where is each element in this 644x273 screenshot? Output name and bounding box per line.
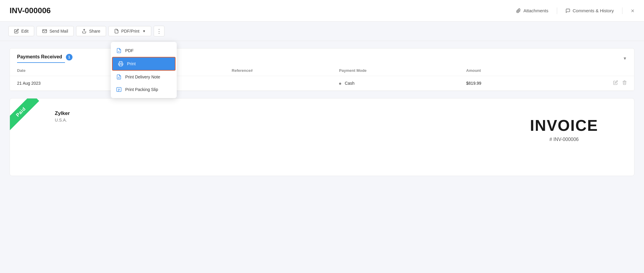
pdf-icon [114, 29, 119, 34]
dropdown-item-packing-slip[interactable]: Print Packing Slip [111, 83, 177, 96]
payments-title-block: Payments Received 1 [17, 54, 72, 63]
attachments-button[interactable]: Attachments [516, 8, 548, 13]
paid-ribbon-label: Paid [10, 98, 39, 130]
col-payment-mode: Payment Mode [332, 65, 459, 76]
dropdown-delivery-note-label: Print Delivery Note [125, 75, 160, 79]
close-button[interactable]: × [631, 8, 634, 14]
cell-reference [225, 76, 332, 91]
attachments-label: Attachments [523, 8, 548, 13]
col-reference: Reference# [225, 65, 332, 76]
cell-amount: $819.99 [459, 76, 548, 91]
invoice-preview: Paid Zylker U.S.A. INVOICE # INV-000006 [10, 98, 634, 176]
col-date: Date [10, 65, 125, 76]
pdf-print-label: PDF/Print [121, 29, 140, 34]
share-icon [82, 29, 87, 34]
col-actions [549, 65, 634, 76]
share-button[interactable]: Share [76, 26, 106, 36]
payments-title: Payments Received [17, 54, 62, 59]
row-actions [556, 80, 627, 86]
pdf-print-dropdown: PDF Print Print Delivery Note [111, 42, 177, 98]
edit-button[interactable]: Edit [8, 26, 34, 36]
table-row: 21 Aug 2023 2 Cash $819.99 [10, 76, 634, 91]
cell-date: 21 Aug 2023 [10, 76, 125, 91]
packing-slip-icon [116, 87, 122, 92]
table-header-row: Date Payment# Reference# Payment Mode Am… [10, 65, 634, 76]
col-amount: Amount [459, 65, 548, 76]
edit-row-icon[interactable] [613, 80, 618, 86]
share-label: Share [89, 29, 100, 34]
print-menu-icon [118, 61, 123, 66]
edit-icon [14, 29, 19, 34]
svg-rect-2 [120, 64, 122, 66]
mail-icon [42, 29, 47, 34]
delivery-note-icon [116, 74, 122, 80]
send-mail-label: Send Mail [49, 29, 68, 34]
delete-row-icon[interactable] [622, 80, 627, 86]
more-icon: ⋮ [156, 28, 162, 34]
dropdown-pdf-label: PDF [125, 48, 134, 53]
payment-mode-dot [339, 83, 341, 85]
invoice-title-block: INVOICE # INV-000006 [530, 116, 598, 142]
pdf-menu-icon [116, 48, 122, 53]
company-name: Zylker [55, 110, 616, 116]
page-header: INV-000006 Attachments Comments & Histor… [0, 0, 644, 22]
payments-count-badge: 1 [66, 54, 72, 60]
header-divider2 [622, 7, 622, 14]
header-divider [557, 7, 557, 14]
payments-underline [17, 62, 65, 63]
cell-row-actions [549, 76, 634, 91]
payments-header: Payments Received 1 ▼ [10, 48, 634, 63]
edit-label: Edit [21, 29, 28, 34]
payments-table: Date Payment# Reference# Payment Mode Am… [10, 65, 634, 91]
toolbar: Edit Send Mail Share PDF/Print ▼ ⋮ [0, 22, 644, 41]
page-title: INV-000006 [10, 6, 51, 15]
dropdown-print-label: Print [127, 61, 136, 66]
dropdown-packing-slip-label: Print Packing Slip [125, 87, 158, 92]
comments-history-label: Comments & History [573, 8, 614, 13]
paid-ribbon: Paid [10, 98, 49, 137]
comments-history-button[interactable]: Comments & History [566, 8, 614, 13]
invoice-title: INVOICE [530, 116, 598, 134]
send-mail-button[interactable]: Send Mail [37, 26, 74, 36]
dropdown-item-delivery-note[interactable]: Print Delivery Note [111, 71, 177, 83]
paperclip-icon [516, 8, 521, 13]
chat-icon [566, 8, 570, 13]
cell-payment-mode: Cash [332, 76, 459, 91]
payments-dropdown-arrow[interactable]: ▼ [623, 56, 627, 61]
dropdown-arrow-icon: ▼ [142, 29, 146, 33]
main-content: Payments Received 1 ▼ Date Payment# Refe… [0, 41, 644, 183]
more-options-button[interactable]: ⋮ [154, 26, 164, 37]
header-actions: Attachments Comments & History × [516, 7, 634, 14]
payments-card: Payments Received 1 ▼ Date Payment# Refe… [10, 48, 634, 91]
pdf-print-button[interactable]: PDF/Print ▼ [108, 26, 152, 36]
dropdown-item-print[interactable]: Print [112, 57, 176, 71]
dropdown-item-pdf[interactable]: PDF [111, 44, 177, 57]
invoice-number: # INV-000006 [530, 137, 598, 142]
